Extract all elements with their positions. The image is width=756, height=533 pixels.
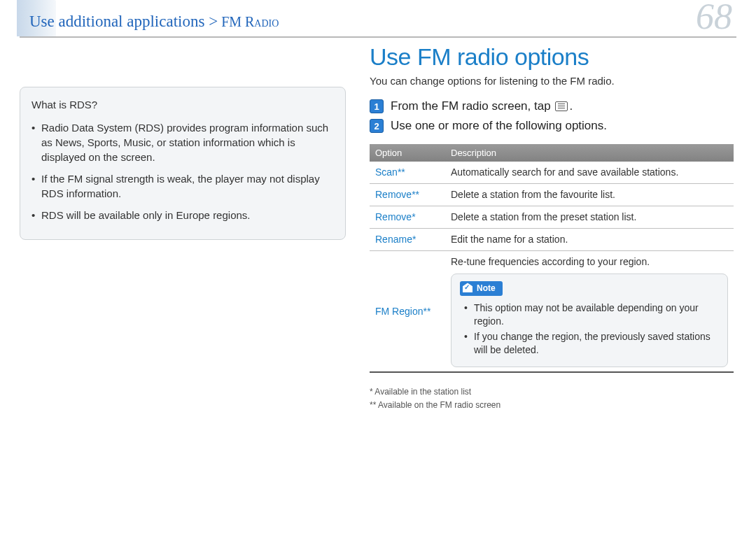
breadcrumb: Use additional applications > FM Radio xyxy=(29,13,279,31)
table-row: Remove** Delete a station from the favou… xyxy=(370,184,734,206)
option-desc: Delete a station from the preset station… xyxy=(445,206,734,228)
step-text: From the FM radio screen, tap . xyxy=(391,99,573,113)
option-desc: Re-tune frequencies according to your re… xyxy=(445,251,734,372)
table-row: Rename* Edit the name for a station. xyxy=(370,229,734,251)
step-item: 2 Use one or more of the following optio… xyxy=(370,119,734,133)
rds-item: If the FM signal strength is weak, the p… xyxy=(31,171,334,201)
step-item: 1 From the FM radio screen, tap . xyxy=(370,99,734,113)
step-text: Use one or more of the following options… xyxy=(391,119,607,133)
table-row: Scan** Automatically search for and save… xyxy=(370,162,734,184)
page-number: 68 xyxy=(696,0,732,37)
page-header: Use additional applications > FM Radio 6… xyxy=(20,0,736,38)
table-head-option: Option xyxy=(370,144,445,162)
note-badge: Note xyxy=(460,281,503,295)
rds-info-box: What is RDS? Radio Data System (RDS) pro… xyxy=(20,87,346,240)
step-number-badge: 2 xyxy=(370,119,384,133)
option-desc: Delete a station from the favourite list… xyxy=(445,184,734,206)
option-name: Rename* xyxy=(370,229,445,250)
option-name: FM Region** xyxy=(370,251,445,372)
rds-title: What is RDS? xyxy=(31,97,334,112)
column-right: Use FM radio options You can change opti… xyxy=(356,38,734,411)
rds-item: Radio Data System (RDS) provides program… xyxy=(31,120,334,164)
options-table: Option Description Scan** Automatically … xyxy=(370,144,734,373)
breadcrumb-main: Use additional applications xyxy=(29,13,209,30)
footnotes: * Available in the station list ** Avail… xyxy=(370,385,734,411)
note-box: Note This option may not be available de… xyxy=(451,273,728,367)
note-item: This option may not be available dependi… xyxy=(464,301,719,328)
section-title: Use FM radio options xyxy=(370,43,734,71)
rds-item: RDS will be available only in Europe reg… xyxy=(31,208,334,222)
table-header: Option Description xyxy=(370,144,734,162)
table-row-fm-region: FM Region** Re-tune frequencies accordin… xyxy=(370,251,734,374)
table-head-description: Description xyxy=(445,144,734,162)
option-name: Remove* xyxy=(370,206,445,228)
option-desc: Automatically search for and save availa… xyxy=(445,162,734,183)
breadcrumb-sub: FM Radio xyxy=(218,14,279,29)
option-name: Remove** xyxy=(370,184,445,206)
section-subtitle: You can change options for listening to … xyxy=(370,75,734,87)
table-row: Remove* Delete a station from the preset… xyxy=(370,206,734,229)
option-desc: Edit the name for a station. xyxy=(445,229,734,250)
footnote: ** Available on the FM radio screen xyxy=(370,399,734,412)
column-left: What is RDS? Radio Data System (RDS) pro… xyxy=(20,38,356,411)
footnote: * Available in the station list xyxy=(370,385,734,399)
step-number-badge: 1 xyxy=(370,99,384,113)
breadcrumb-sep: > xyxy=(209,13,218,30)
option-name: Scan** xyxy=(370,162,445,183)
note-item: If you change the region, the previously… xyxy=(464,330,719,357)
fm-region-top-text: Re-tune frequencies according to your re… xyxy=(451,255,728,269)
menu-icon xyxy=(555,101,568,111)
steps-list: 1 From the FM radio screen, tap . 2 Use … xyxy=(370,99,734,133)
